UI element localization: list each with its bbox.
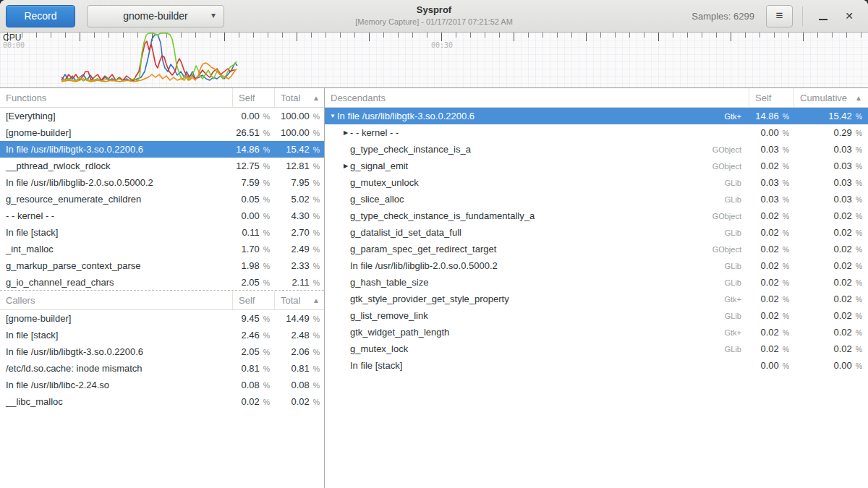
self-column-header[interactable]: Self: [232, 291, 274, 309]
descendants-table-header: Descendants Self Cumulative ▲: [325, 88, 868, 108]
cell-percent-value: 0.00 %: [232, 210, 274, 221]
total-column-label: Total: [281, 295, 300, 306]
cell-function-name: gtk_style_provider_get_style_property: [350, 294, 724, 304]
table-row[interactable]: gtk_style_provider_get_style_propertyGtk…: [325, 291, 868, 307]
percent-sign: %: [311, 145, 320, 154]
table-row[interactable]: ▼In file /usr/lib/libgtk-3.so.0.2200.6Gt…: [325, 108, 868, 124]
table-row[interactable]: In file /usr/lib/libglib-2.0.so.0.5000.2…: [325, 257, 868, 274]
percent-sign: %: [311, 212, 320, 221]
percent-sign: %: [311, 129, 320, 137]
cell-percent-value: 26.51 %: [232, 127, 274, 138]
percent-sign: %: [854, 262, 862, 270]
cell-function-name: _int_malloc: [0, 244, 232, 254]
table-row[interactable]: g_hash_table_sizeGLib0.02 %0.02 %: [325, 274, 868, 291]
percent-sign: %: [261, 314, 270, 323]
percent-sign: %: [780, 278, 789, 287]
table-row[interactable]: gtk_widget_path_lengthGtk+0.02 %0.02 %: [325, 324, 868, 341]
cell-function-name: In file [stack]: [350, 360, 741, 371]
cell-library-tag: GObject: [712, 145, 741, 154]
cell-percent-value: 0.08 %: [274, 380, 324, 390]
descendants-column-header[interactable]: Descendants: [325, 88, 749, 107]
self-column-header[interactable]: Self: [232, 88, 274, 107]
cell-percent-value: 15.42 %: [274, 144, 324, 155]
expander-closed-icon[interactable]: ▶: [338, 129, 350, 136]
table-row[interactable]: g_param_spec_get_redirect_targetGObject0…: [325, 241, 868, 257]
cell-percent-value: 4.30 %: [274, 210, 324, 221]
cpu-usage-graph[interactable]: CPU 00:00 00:30: [0, 33, 868, 87]
process-selector-dropdown[interactable]: gnome-builder ▾: [87, 5, 224, 27]
table-row[interactable]: g_markup_parse_context_parse1.98 %2.33 %: [0, 257, 324, 274]
table-row[interactable]: /etc/ld.so.cache: inode mismatch0.81 %0.…: [0, 360, 324, 377]
left-pane: Functions Self Total ▲ [Everything]0.00 …: [0, 88, 325, 488]
cell-percent-value: 14.86 %: [232, 144, 274, 155]
table-row[interactable]: g_datalist_id_set_data_fullGLib0.02 %0.0…: [325, 224, 868, 241]
cell-percent-value: 2.48 %: [274, 330, 324, 341]
cumulative-column-header[interactable]: Cumulative ▲: [793, 88, 868, 107]
callers-table-header: Callers Self Total ▲: [0, 291, 324, 310]
percent-sign: %: [311, 179, 320, 187]
total-column-header[interactable]: Total ▲: [274, 88, 324, 107]
table-row[interactable]: ▶g_signal_emitGObject0.02 %0.03 %: [325, 158, 868, 174]
cell-function-name: /etc/ld.so.cache: inode mismatch: [0, 363, 232, 374]
table-row[interactable]: [gnome-builder]9.45 %14.49 %: [0, 310, 324, 327]
percent-sign: %: [780, 195, 789, 204]
minimize-button[interactable]: [810, 3, 836, 29]
table-row[interactable]: - - kernel - -0.00 %4.30 %: [0, 207, 324, 224]
minimize-icon: [819, 19, 827, 20]
cell-percent-value: 0.02 %: [749, 277, 793, 288]
callers-column-header[interactable]: Callers: [0, 291, 232, 309]
table-row[interactable]: In file /usr/lib/libgtk-3.so.0.2200.62.0…: [0, 343, 324, 360]
percent-sign: %: [780, 129, 789, 137]
functions-column-header[interactable]: Functions: [0, 88, 232, 107]
chevron-down-icon: ▾: [211, 10, 216, 20]
cell-percent-value: 2.70 %: [274, 227, 324, 238]
samples-count: Samples: 6299: [692, 11, 754, 22]
cell-percent-value: 0.02 %: [749, 343, 793, 354]
percent-sign: %: [854, 328, 862, 337]
table-row[interactable]: [gnome-builder]26.51 %100.00 %: [0, 124, 324, 141]
table-row[interactable]: g_list_remove_linkGLib0.02 %0.02 %: [325, 307, 868, 324]
cell-percent-value: 0.81 %: [232, 363, 274, 374]
table-row[interactable]: In file [stack]2.46 %2.48 %: [0, 327, 324, 343]
cell-percent-value: 0.02 %: [749, 227, 793, 238]
cell-library-tag: Gtk+: [724, 112, 741, 121]
cell-percent-value: 0.29 %: [793, 127, 868, 138]
table-row[interactable]: In file /usr/lib/libglib-2.0.so.0.5000.2…: [0, 174, 324, 191]
table-row[interactable]: g_type_check_instance_is_fundamentally_a…: [325, 207, 868, 224]
table-row[interactable]: g_type_check_instance_is_aGObject0.03 %0…: [325, 141, 868, 158]
table-row[interactable]: g_slice_allocGLib0.03 %0.03 %: [325, 191, 868, 207]
table-row[interactable]: In file /usr/lib/libgtk-3.so.0.2200.614.…: [0, 141, 324, 158]
cell-percent-value: 7.95 %: [274, 177, 324, 188]
percent-sign: %: [854, 129, 862, 137]
close-icon: ✕: [845, 11, 854, 21]
expander-open-icon[interactable]: ▼: [325, 113, 337, 119]
table-row[interactable]: g_mutex_unlockGLib0.03 %0.03 %: [325, 174, 868, 191]
table-row[interactable]: g_resource_enumerate_children0.05 %5.02 …: [0, 191, 324, 207]
cell-function-name: g_mutex_unlock: [350, 177, 725, 188]
titlebar-right-group: Samples: 6299 ≡ ✕: [692, 3, 862, 29]
table-row[interactable]: __libc_malloc0.02 %0.02 %: [0, 393, 324, 410]
table-row[interactable]: g_mutex_lockGLib0.02 %0.02 %: [325, 341, 868, 357]
cell-percent-value: 12.75 %: [232, 160, 274, 171]
table-row[interactable]: _int_malloc1.70 %2.49 %: [0, 241, 324, 257]
expander-closed-icon[interactable]: ▶: [338, 163, 350, 169]
cell-percent-value: 0.02 %: [274, 396, 324, 407]
percent-sign: %: [311, 398, 320, 406]
table-row[interactable]: __pthread_rwlock_rdlock12.75 %12.81 %: [0, 158, 324, 174]
record-button[interactable]: Record: [6, 5, 75, 27]
menu-button[interactable]: ≡: [766, 5, 793, 27]
cell-function-name: __libc_malloc: [0, 396, 232, 407]
table-row[interactable]: [Everything]0.00 %100.00 %: [0, 108, 324, 124]
table-row[interactable]: In file [stack]0.00 %0.00 %: [325, 357, 868, 374]
table-row[interactable]: In file /usr/lib/libc-2.24.so0.08 %0.08 …: [0, 377, 324, 393]
percent-sign: %: [780, 262, 789, 270]
functions-table-body: [Everything]0.00 %100.00 %[gnome-builder…: [0, 108, 324, 290]
percent-sign: %: [311, 262, 320, 270]
close-button[interactable]: ✕: [836, 3, 862, 29]
table-row[interactable]: g_io_channel_read_chars2.05 %2.11 %: [0, 274, 324, 290]
table-row[interactable]: ▶- - kernel - -0.00 %0.29 %: [325, 124, 868, 141]
self-column-header[interactable]: Self: [749, 88, 793, 107]
table-row[interactable]: In file [stack]0.11 %2.70 %: [0, 224, 324, 241]
cell-percent-value: 0.02 %: [749, 260, 793, 271]
total-column-header[interactable]: Total ▲: [274, 291, 324, 309]
